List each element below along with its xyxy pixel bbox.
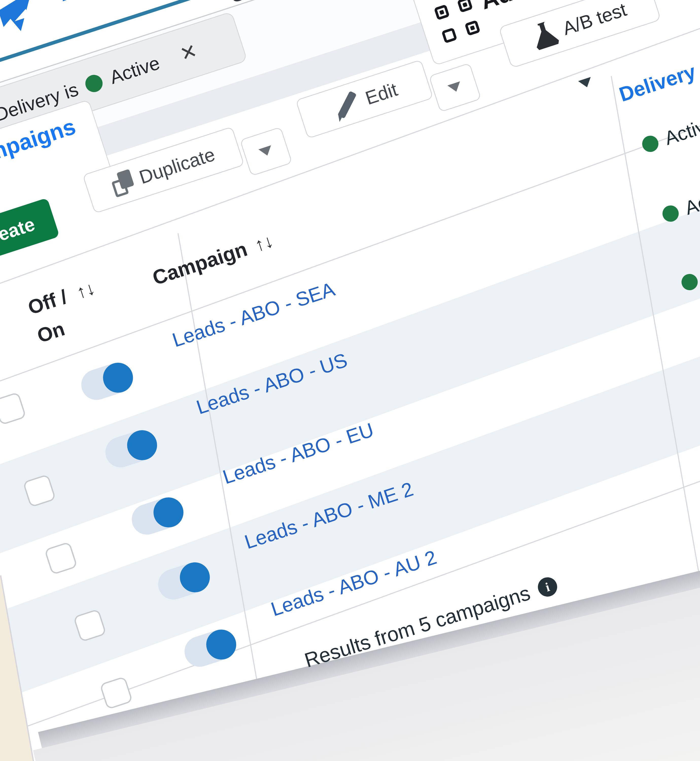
chip-status-label: Active: [107, 52, 162, 88]
active-status-dot-icon: [83, 73, 105, 94]
pencil-icon: [328, 88, 363, 123]
row-checkbox[interactable]: [99, 676, 133, 710]
ad-sets-icon: [434, 0, 480, 44]
row-checkbox[interactable]: [0, 392, 27, 425]
ads-manager-logo-icon: [0, 0, 46, 38]
chevron-down-icon: [447, 81, 462, 94]
nav-item-label[interactable]: Act: [55, 0, 101, 7]
close-icon[interactable]: ✕: [177, 39, 200, 66]
chevron-down-icon: [258, 145, 273, 158]
copy-icon: [109, 169, 136, 198]
flask-icon: [530, 19, 560, 51]
ab-test-button-label: A/B test: [560, 0, 629, 39]
tab-ad-sets-label: Ad: [477, 0, 516, 15]
row-checkbox[interactable]: [44, 542, 78, 575]
edit-button-label: Edit: [362, 78, 400, 109]
